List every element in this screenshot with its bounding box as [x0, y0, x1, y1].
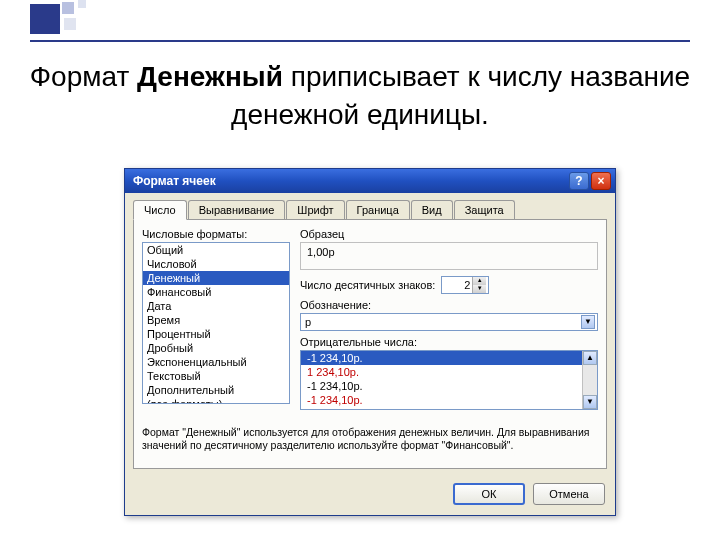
ok-button[interactable]: ОК	[453, 483, 525, 505]
sample-value: 1,00р	[307, 246, 335, 258]
list-item[interactable]: -1 234,10р.	[301, 379, 597, 393]
help-button[interactable]: ?	[569, 172, 589, 190]
help-icon: ?	[575, 174, 582, 188]
list-item[interactable]: Финансовый	[143, 285, 289, 299]
list-item[interactable]: Числовой	[143, 257, 289, 271]
list-item[interactable]: -1 234,10р.	[301, 393, 597, 407]
decimals-spinner[interactable]: ▲ ▼	[441, 276, 489, 294]
chevron-down-icon[interactable]: ▼	[581, 315, 595, 329]
title-pre: Формат	[30, 61, 137, 92]
dialog-button-row: ОК Отмена	[125, 477, 615, 515]
format-description: Формат "Денежный" используется для отобр…	[142, 426, 598, 452]
title-post: приписывает к числу название денежной ед…	[231, 61, 690, 130]
list-item[interactable]: Дополнительный	[143, 383, 289, 397]
dialog-title: Формат ячеек	[133, 174, 216, 188]
spinner-down-icon[interactable]: ▼	[472, 285, 486, 293]
negative-numbers-list[interactable]: -1 234,10р. 1 234,10р. -1 234,10р. -1 23…	[300, 350, 598, 410]
scroll-up-icon[interactable]: ▲	[583, 351, 597, 365]
tab-border[interactable]: Граница	[346, 200, 410, 220]
list-item[interactable]: Процентный	[143, 327, 289, 341]
list-item[interactable]: Дата	[143, 299, 289, 313]
format-cells-dialog: Формат ячеек ? × Число Выравнивание Шриф…	[124, 168, 616, 516]
negative-label: Отрицательные числа:	[300, 336, 598, 348]
symbol-combobox[interactable]: р ▼	[300, 313, 598, 331]
list-item[interactable]: Общий	[143, 243, 289, 257]
list-item[interactable]: Экспоненциальный	[143, 355, 289, 369]
tab-alignment[interactable]: Выравнивание	[188, 200, 286, 220]
decimals-input[interactable]	[442, 279, 472, 291]
list-item[interactable]: Дробный	[143, 341, 289, 355]
tab-font[interactable]: Шрифт	[286, 200, 344, 220]
tab-protection[interactable]: Защита	[454, 200, 515, 220]
slide-header-decoration	[0, 0, 720, 40]
spinner-up-icon[interactable]: ▲	[472, 277, 486, 285]
tab-strip: Число Выравнивание Шрифт Граница Вид Защ…	[125, 193, 615, 219]
sample-box: 1,00р	[300, 242, 598, 270]
title-bold: Денежный	[137, 61, 283, 92]
number-formats-list[interactable]: Общий Числовой Денежный Финансовый Дата …	[142, 242, 290, 404]
close-icon: ×	[597, 174, 604, 188]
scroll-down-icon[interactable]: ▼	[583, 395, 597, 409]
tab-view[interactable]: Вид	[411, 200, 453, 220]
list-item[interactable]: (все форматы)	[143, 397, 289, 404]
close-button[interactable]: ×	[591, 172, 611, 190]
sample-label: Образец	[300, 228, 598, 240]
decimals-label: Число десятичных знаков:	[300, 279, 435, 291]
formats-label: Числовые форматы:	[142, 228, 290, 240]
list-item[interactable]: -1 234,10р.	[301, 351, 597, 365]
list-item[interactable]: Текстовый	[143, 369, 289, 383]
scrollbar[interactable]: ▲ ▼	[582, 351, 597, 409]
tab-panel-number: Числовые форматы: Общий Числовой Денежны…	[133, 219, 607, 469]
list-item[interactable]: Денежный	[143, 271, 289, 285]
slide-title: Формат Денежный приписывает к числу назв…	[0, 58, 720, 134]
list-item[interactable]: 1 234,10р.	[301, 365, 597, 379]
list-item[interactable]: Время	[143, 313, 289, 327]
cancel-button[interactable]: Отмена	[533, 483, 605, 505]
tab-number[interactable]: Число	[133, 200, 187, 220]
symbol-value: р	[305, 316, 581, 328]
dialog-titlebar[interactable]: Формат ячеек ? ×	[125, 169, 615, 193]
symbol-label: Обозначение:	[300, 299, 598, 311]
